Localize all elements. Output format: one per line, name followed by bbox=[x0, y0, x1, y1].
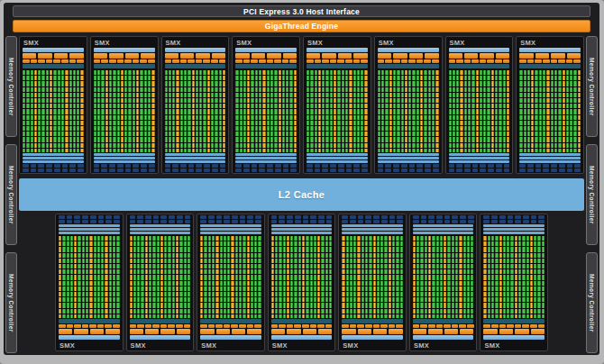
interconnect-dash-row bbox=[271, 220, 333, 223]
dispatch-segment bbox=[393, 59, 400, 63]
scheduler-segment bbox=[409, 53, 423, 59]
core-grid bbox=[413, 235, 474, 318]
cache-bar bbox=[59, 232, 120, 234]
scheduler-row bbox=[130, 329, 191, 334]
cuda-core-column bbox=[199, 69, 202, 152]
smx-label: SMX bbox=[162, 38, 229, 48]
scheduler-segment bbox=[196, 53, 209, 59]
smx-label: SMX bbox=[20, 38, 87, 48]
scheduler-segment bbox=[177, 329, 190, 334]
special-unit-column bbox=[151, 69, 154, 152]
smx-label: SMX bbox=[410, 341, 477, 350]
dispatch-row bbox=[235, 59, 297, 63]
interconnect-dash bbox=[165, 168, 171, 172]
smx-label: SMX bbox=[233, 38, 299, 48]
special-unit-column bbox=[491, 69, 494, 152]
cuda-core-column bbox=[449, 69, 452, 152]
interconnect-dash-row bbox=[59, 215, 120, 219]
special-unit-column bbox=[364, 69, 367, 152]
interconnect-dash-row bbox=[165, 164, 226, 168]
dispatch-segment bbox=[357, 324, 364, 328]
interconnect-dash-row bbox=[94, 168, 155, 172]
interconnect-dash bbox=[90, 220, 96, 223]
interconnect-dash bbox=[456, 168, 462, 172]
cuda-core-column bbox=[109, 235, 112, 318]
interconnect-dash bbox=[318, 220, 325, 223]
cuda-core-column bbox=[322, 69, 325, 152]
cuda-core-column bbox=[70, 235, 73, 318]
cuda-core-column bbox=[46, 69, 49, 152]
interconnect-dash-row bbox=[235, 164, 297, 168]
pci-express-host-interface-bar: PCI Express 3.0 Host Interface bbox=[13, 5, 590, 17]
cuda-core-column bbox=[488, 235, 490, 318]
dispatch-segment bbox=[282, 59, 289, 63]
instruction-cache-bar bbox=[449, 48, 510, 52]
special-unit-column bbox=[389, 69, 392, 152]
interconnect-dash bbox=[117, 164, 124, 168]
interconnect-dash bbox=[290, 168, 297, 172]
interconnect-dash bbox=[491, 220, 498, 223]
interconnect-dash bbox=[468, 215, 474, 219]
dispatch-segment bbox=[215, 324, 223, 328]
interconnect-dash bbox=[378, 168, 384, 172]
cache-bar bbox=[23, 153, 84, 156]
interconnect-dash bbox=[373, 215, 380, 219]
smx-label: SMX bbox=[269, 341, 335, 350]
interconnect-dash bbox=[381, 220, 388, 223]
interconnect-dash bbox=[59, 220, 65, 223]
special-unit-column bbox=[476, 69, 479, 152]
cuda-core-column bbox=[487, 69, 490, 152]
interconnect-dash bbox=[559, 168, 565, 172]
interconnect-dash bbox=[252, 168, 258, 172]
core-grid bbox=[59, 235, 120, 318]
interconnect-dash bbox=[216, 215, 223, 219]
dispatch-segment bbox=[507, 324, 514, 328]
smx-block: SMX bbox=[90, 36, 159, 174]
interconnect-dash bbox=[353, 168, 360, 172]
memory-controller-label: Memory Controller bbox=[8, 274, 14, 332]
cache-bar bbox=[235, 157, 297, 159]
interconnect-dash bbox=[449, 168, 455, 172]
interconnect-dash bbox=[483, 215, 490, 219]
special-unit-column bbox=[459, 235, 462, 318]
interconnect-dash bbox=[216, 220, 223, 223]
smx-block: SMX bbox=[268, 214, 336, 351]
interconnect-dash bbox=[330, 164, 336, 168]
interconnect-dash bbox=[425, 168, 431, 172]
cuda-core-column bbox=[294, 235, 297, 318]
interconnect-dash bbox=[385, 168, 391, 172]
smx-label: SMX bbox=[517, 38, 583, 48]
interconnect-dash bbox=[279, 220, 285, 223]
cache-bar bbox=[94, 157, 155, 159]
cache-bar bbox=[271, 228, 333, 231]
interconnect-dash bbox=[350, 215, 356, 219]
cuda-core-column bbox=[467, 235, 470, 318]
core-grid bbox=[342, 235, 403, 318]
cuda-core-column bbox=[519, 69, 522, 152]
cache-bar bbox=[413, 224, 474, 227]
special-unit-column bbox=[34, 69, 37, 152]
interconnect-dash bbox=[247, 215, 253, 219]
special-unit-column bbox=[271, 235, 274, 318]
cuda-core-column bbox=[420, 235, 423, 318]
interconnect-dash-row bbox=[165, 168, 226, 172]
interconnect-dash bbox=[456, 164, 462, 168]
smx-block: SMX bbox=[55, 214, 124, 351]
dispatch-segment bbox=[247, 324, 254, 328]
interconnect-dash bbox=[307, 168, 313, 172]
dispatch-segment bbox=[535, 59, 542, 63]
cache-bar bbox=[307, 160, 368, 163]
cuda-core-column bbox=[384, 235, 387, 318]
interconnect-dash bbox=[82, 215, 88, 219]
cuda-core-column bbox=[480, 69, 482, 152]
cuda-core-column bbox=[424, 69, 426, 152]
cuda-core-column bbox=[436, 235, 439, 318]
interconnect-dash bbox=[141, 168, 147, 172]
cuda-core-column bbox=[456, 69, 459, 152]
interconnect-dash bbox=[69, 164, 76, 168]
dispatch-segment bbox=[373, 324, 380, 328]
interconnect-dash bbox=[378, 164, 384, 168]
cuda-core-column bbox=[164, 235, 167, 318]
cache-bar bbox=[23, 157, 84, 159]
dispatch-row bbox=[130, 324, 191, 328]
